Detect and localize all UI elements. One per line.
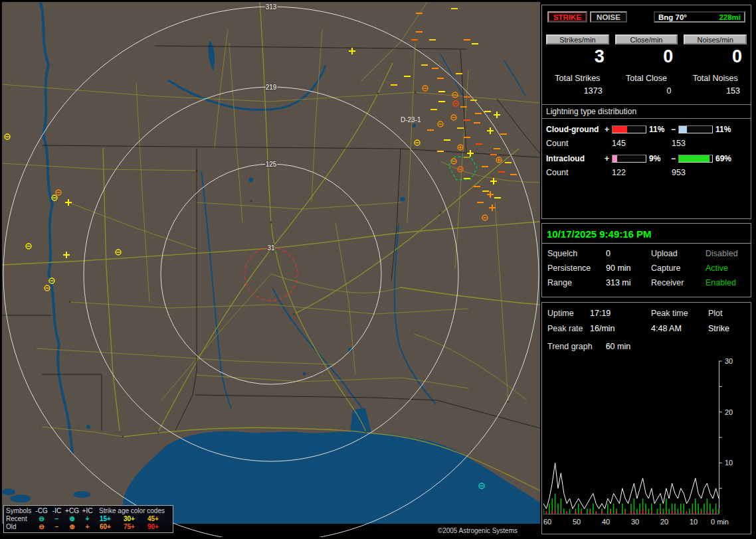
current-datetime: 10/17/2025 9:49:16 PM (542, 224, 751, 243)
bearing-label: Bng 70° (658, 13, 687, 21)
minus-icon: − (49, 515, 64, 523)
legend-col-neg-ic: -IC (49, 507, 64, 515)
trend-header: Trend graph 60 min (542, 333, 751, 351)
age-code-15: 15+ (95, 515, 119, 523)
receiver-label: Receiver (651, 278, 706, 287)
squelch-value: 0 (606, 249, 651, 258)
minus-sign: − (670, 125, 677, 134)
trend-graph: 3020106050403020100 min (543, 358, 748, 530)
total-noises-value: 153 (684, 86, 747, 96)
svg-text:10: 10 (690, 518, 698, 526)
legend-header-row: Symbols -CG -IC +CG +IC Strike age color… (6, 507, 171, 515)
cg-plus-bar (612, 125, 646, 133)
ic-plus-bar-fill (613, 155, 617, 162)
marsh-water (10, 495, 31, 502)
capture-status: Active (706, 264, 745, 273)
minus-sign: − (670, 154, 677, 163)
svg-text:20: 20 (725, 408, 733, 416)
plus-icon: + (80, 515, 95, 523)
noises-per-min-chip: Noises/min (684, 35, 747, 44)
total-noises-label: Total Noises (684, 74, 747, 83)
map-canvas[interactable]: 31125219313 D-23-1 ©2005 Astrogenic Syst… (2, 2, 540, 537)
svg-text:60: 60 (543, 518, 551, 526)
svg-text:0 min: 0 min (711, 518, 729, 526)
uptime-label: Uptime (547, 309, 590, 318)
ic-plus-count: 122 (612, 168, 672, 177)
ic-minus-bar-fill (679, 155, 709, 162)
svg-text:10: 10 (725, 459, 733, 467)
strike-mode-button[interactable]: STRIKE (547, 11, 587, 23)
uptime-value: 17:19 (590, 309, 651, 318)
persistence-label: Persistence (547, 264, 606, 273)
total-strikes-label: Total Strikes (546, 74, 609, 83)
trend-window-value: 60 min (606, 342, 631, 351)
close-per-min-chip: Close/min (615, 35, 678, 44)
intracloud-label: Intracloud (546, 154, 603, 163)
cg-minus-bar (678, 125, 713, 133)
strike-legend: Symbols -CG -IC +CG +IC Strike age color… (3, 505, 173, 533)
ic-minus-percent: 69% (714, 154, 736, 163)
lightning-map[interactable]: 31125219313 D-23-1 ©2005 Astrogenic Syst… (2, 2, 540, 537)
lake (401, 197, 405, 202)
range-ring-label: 125 (266, 161, 277, 168)
noises-per-min-value: 0 (684, 46, 747, 68)
svg-text:50: 50 (573, 518, 581, 526)
range-ring-label: 31 (267, 244, 275, 252)
count-label: Count (546, 139, 612, 148)
legend-col-pos-ic: +IC (80, 507, 95, 515)
status-grid: Squelch 0 Upload Disabled Persistence 90… (542, 244, 751, 287)
rate-counters-row: Strikes/min 3 Total Strikes 1373 Close/m… (542, 35, 751, 96)
cg-minus-percent: 11% (714, 125, 736, 134)
age-code-30: 30+ (119, 515, 143, 523)
range-ring-label: 313 (266, 3, 277, 11)
marsh-water (73, 491, 90, 498)
marsh-water (2, 489, 15, 495)
range-value: 313 mi (606, 278, 651, 287)
legend-recent-label: Recent (6, 515, 34, 523)
close-column: Close/min 0 Total Close 0 (615, 35, 678, 96)
intracloud-row: Intracloud + 9% − 69% (542, 154, 751, 163)
svg-text:20: 20 (660, 518, 668, 526)
legend-col-pos-cg: +CG (64, 507, 80, 515)
plus-icon: + (80, 523, 95, 531)
total-close-value: 0 (615, 86, 678, 96)
legend-col-neg-cg: -CG (34, 507, 49, 515)
legend-recent-row: Recent ⊖ − ⊕ + 15+ 30+ 45+ (6, 515, 171, 523)
noise-mode-button[interactable]: NOISE (590, 11, 627, 23)
strikes-per-min-chip: Strikes/min (546, 35, 609, 44)
ic-plus-bar (612, 155, 646, 163)
cloud-ground-row: Cloud-ground + 11% − 11% (542, 125, 751, 134)
cloud-ground-label: Cloud-ground (546, 125, 603, 134)
legend-old-row: Old ⊖ − ⊕ + 60+ 75+ 90+ (6, 523, 171, 531)
cg-plus-percent: 11% (648, 125, 670, 134)
age-code-60: 60+ (95, 523, 119, 531)
peak-time-label: Peak time (651, 309, 708, 318)
cg-minus-bar-fill (679, 126, 687, 133)
intracloud-count-row: Count 122 953 (542, 168, 751, 177)
upload-label: Upload (651, 249, 706, 258)
trend-panel: Uptime 17:19 Peak time Plot Peak rate 16… (541, 302, 751, 534)
plus-sign: + (603, 125, 611, 134)
mode-button-row: STRIKE NOISE Bng 70° 228mi (546, 11, 747, 24)
bearing-display: Bng 70° 228mi (654, 11, 745, 23)
strikes-column: Strikes/min 3 Total Strikes 1373 (546, 35, 609, 96)
total-strikes-value: 1373 (546, 86, 609, 96)
count-label: Count (546, 168, 612, 177)
age-code-75: 75+ (119, 523, 143, 531)
legend-age-title: Strike age color codes (95, 507, 165, 515)
range-ring-label: 219 (266, 84, 277, 91)
squelch-label: Squelch (547, 249, 606, 258)
circle-minus-icon: ⊖ (34, 523, 49, 531)
persistence-value: 90 min (606, 264, 651, 273)
receiver-status: Enabled (706, 278, 745, 287)
lake (303, 372, 306, 376)
legend-symbols-title: Symbols (6, 507, 34, 515)
plot-mode-value: Strike (708, 324, 745, 333)
circle-plus-icon: ⊕ (64, 523, 80, 531)
cg-minus-count: 153 (672, 139, 686, 148)
range-label: Range (547, 278, 606, 287)
ic-plus-percent: 9% (648, 154, 670, 163)
circle-minus-icon: ⊖ (34, 515, 49, 523)
map-copyright: ©2005 Astrogenic Systems (438, 527, 518, 534)
age-code-45: 45+ (143, 515, 167, 523)
